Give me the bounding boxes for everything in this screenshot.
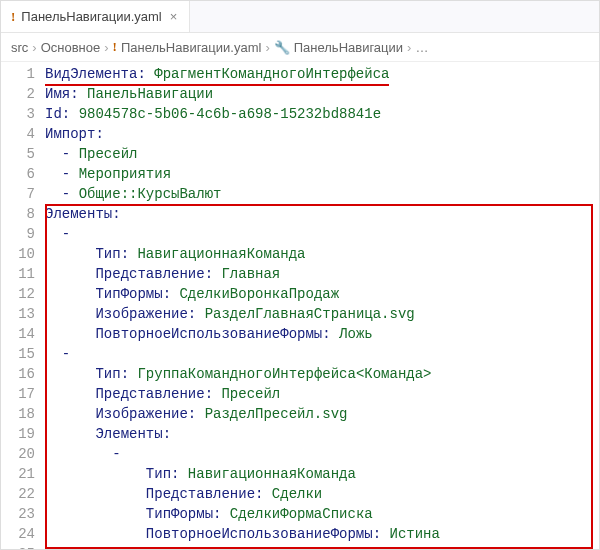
line-number: 8 — [1, 204, 35, 224]
code-line[interactable]: ВидЭлемента: ФрагментКомандногоИнтерфейс… — [45, 64, 599, 84]
line-number: 4 — [1, 124, 35, 144]
yaml-file-icon: ! — [113, 39, 117, 55]
code-line[interactable]: - — [45, 444, 599, 464]
line-number: 21 — [1, 464, 35, 484]
code-line[interactable]: ТипФормы: СделкиФормаСписка — [45, 504, 599, 524]
line-number: 24 — [1, 524, 35, 544]
code-line[interactable]: Импорт: — [45, 124, 599, 144]
breadcrumb-item[interactable]: 🔧ПанельНавигации — [274, 40, 403, 55]
chevron-right-icon: › — [265, 40, 269, 55]
code-line[interactable]: Представление: Сделки — [45, 484, 599, 504]
code-line[interactable]: - — [45, 344, 599, 364]
wrench-icon: 🔧 — [274, 40, 290, 55]
line-number: 17 — [1, 384, 35, 404]
line-number: 19 — [1, 424, 35, 444]
editor-window: ! ПанельНавигации.yaml × src › Основное … — [0, 0, 600, 550]
line-number: 12 — [1, 284, 35, 304]
chevron-right-icon: › — [104, 40, 108, 55]
line-number: 3 — [1, 104, 35, 124]
line-number: 6 — [1, 164, 35, 184]
line-number: 22 — [1, 484, 35, 504]
line-number: 20 — [1, 444, 35, 464]
breadcrumb-item[interactable]: !ПанельНавигации.yaml — [113, 39, 262, 55]
code-line[interactable]: Имя: ПанельНавигации — [45, 84, 599, 104]
code-line[interactable]: Изображение: РазделГлавнаяСтраница.svg — [45, 304, 599, 324]
yaml-file-icon: ! — [11, 9, 15, 25]
code-line[interactable]: Тип: ГруппаКомандногоИнтерфейса<Команда> — [45, 364, 599, 384]
code-line[interactable]: - Пресейл — [45, 144, 599, 164]
line-number: 15 — [1, 344, 35, 364]
code-line[interactable]: - Общие::КурсыВалют — [45, 184, 599, 204]
line-number: 5 — [1, 144, 35, 164]
line-number-gutter: 1234567891011121314151617181920212223242… — [1, 62, 45, 549]
line-number: 2 — [1, 84, 35, 104]
code-line[interactable]: Элементы: — [45, 204, 599, 224]
code-line[interactable]: - Мероприятия — [45, 164, 599, 184]
code-line[interactable]: ПовторноеИспользованиеФормы: Истина — [45, 524, 599, 544]
line-number: 23 — [1, 504, 35, 524]
code-editor[interactable]: 1234567891011121314151617181920212223242… — [1, 62, 599, 549]
tab-label: ПанельНавигации.yaml — [21, 9, 161, 24]
code-line[interactable]: - — [45, 544, 599, 549]
line-number: 11 — [1, 264, 35, 284]
breadcrumb-item[interactable]: Основное — [41, 40, 101, 55]
code-line[interactable]: Тип: НавигационнаяКоманда — [45, 464, 599, 484]
code-line[interactable]: Изображение: РазделПресейл.svg — [45, 404, 599, 424]
close-icon[interactable]: × — [168, 9, 180, 24]
code-line[interactable]: Представление: Пресейл — [45, 384, 599, 404]
line-number: 10 — [1, 244, 35, 264]
chevron-right-icon: › — [32, 40, 36, 55]
breadcrumb-item[interactable]: src — [11, 40, 28, 55]
breadcrumb: src › Основное › !ПанельНавигации.yaml ›… — [1, 33, 599, 62]
tab-active[interactable]: ! ПанельНавигации.yaml × — [1, 1, 190, 32]
tab-bar: ! ПанельНавигации.yaml × — [1, 1, 599, 33]
line-number: 25 — [1, 544, 35, 549]
line-number: 13 — [1, 304, 35, 324]
line-number: 9 — [1, 224, 35, 244]
code-line[interactable]: ТипФормы: СделкиВоронкаПродаж — [45, 284, 599, 304]
line-number: 1 — [1, 64, 35, 84]
line-number: 7 — [1, 184, 35, 204]
chevron-right-icon: › — [407, 40, 411, 55]
code-line[interactable]: Тип: НавигационнаяКоманда — [45, 244, 599, 264]
line-number: 16 — [1, 364, 35, 384]
code-line[interactable]: Id: 9804578c-5b06-4c6b-a698-15232bd8841e — [45, 104, 599, 124]
code-line[interactable]: Представление: Главная — [45, 264, 599, 284]
line-number: 14 — [1, 324, 35, 344]
code-line[interactable]: ПовторноеИспользованиеФормы: Ложь — [45, 324, 599, 344]
code-line[interactable]: - — [45, 224, 599, 244]
line-number: 18 — [1, 404, 35, 424]
code-lines[interactable]: ВидЭлемента: ФрагментКомандногоИнтерфейс… — [45, 62, 599, 549]
code-line[interactable]: Элементы: — [45, 424, 599, 444]
breadcrumb-overflow[interactable]: … — [415, 40, 428, 55]
